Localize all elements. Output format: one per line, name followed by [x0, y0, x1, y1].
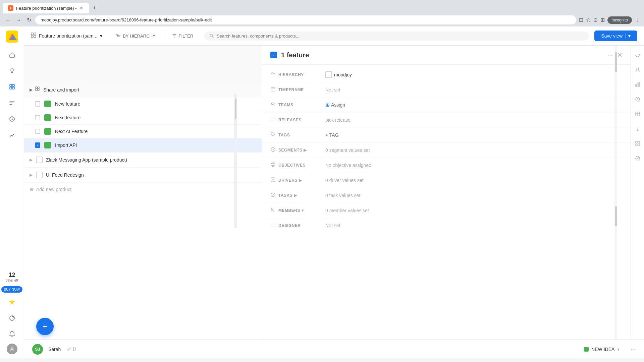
sidebar-item-features[interactable]: [5, 80, 19, 94]
detail-title: 1 feature: [281, 51, 603, 59]
add-product-icon: ⊕: [30, 187, 34, 192]
feature-checkbox-next[interactable]: [35, 115, 40, 120]
right-icon-user[interactable]: [632, 64, 643, 75]
assign-plus-icon: ⊕: [325, 102, 330, 108]
app-logo[interactable]: [6, 31, 18, 43]
bottom-avatar[interactable]: SJ: [32, 344, 43, 355]
detail-row-tags[interactable]: TAGS + TAG: [262, 128, 631, 143]
feature-dot-import: [44, 142, 51, 148]
detail-row-teams[interactable]: TEAMS ⊕ Assign: [262, 98, 631, 113]
section-header[interactable]: ▶ Share and import: [24, 82, 262, 97]
edit-count-area: 0: [66, 346, 76, 352]
svg-point-32: [273, 164, 273, 165]
svg-point-37: [637, 68, 639, 70]
profile-icon[interactable]: ⊙: [593, 17, 598, 23]
bottom-more-btn[interactable]: ···: [630, 345, 636, 353]
right-icon-clock[interactable]: [632, 94, 643, 105]
teams-value[interactable]: ⊕ Assign: [325, 102, 623, 108]
hierarchy-icon: [270, 71, 278, 78]
feature-item-import[interactable]: ✓ Import API: [24, 138, 262, 152]
new-idea-label: NEW IDEA: [591, 347, 614, 352]
more-btn[interactable]: ⋮: [635, 17, 640, 23]
detail-close-btn[interactable]: ✕: [617, 51, 623, 59]
sidebar-item-spark[interactable]: [5, 295, 19, 309]
feature-item-ai[interactable]: Next AI Feature: [24, 125, 262, 138]
product-item-ui[interactable]: ▶ UI Feed Redesign: [24, 168, 262, 183]
detail-row-timeframe[interactable]: TIMEFRAME Not set: [262, 82, 631, 98]
right-icon-sync[interactable]: [632, 50, 643, 60]
detail-scrollbar[interactable]: [614, 46, 617, 340]
list-scrollbar[interactable]: [234, 94, 237, 228]
detail-row-releases[interactable]: RELEASES pick release: [262, 113, 631, 128]
detail-row-segments[interactable]: SEGMENTS ▶ 0 segment values set: [262, 143, 631, 158]
tags-value[interactable]: + TAG: [325, 132, 623, 138]
new-idea-chevron[interactable]: ▾: [617, 347, 620, 352]
cast-icon[interactable]: ⊡: [579, 17, 583, 23]
tab-bar: Feature prioritization (sample) - ✕ +: [0, 0, 644, 13]
sidebar-item-home[interactable]: [5, 48, 19, 61]
right-icon-check-circle[interactable]: [632, 153, 643, 164]
sidebar-item-insights[interactable]: [5, 112, 19, 126]
detail-more-btn[interactable]: ···: [607, 51, 613, 59]
feature-list: ▶ Share and import New feature: [24, 46, 262, 340]
svg-point-47: [636, 156, 640, 160]
active-tab[interactable]: Feature prioritization (sample) - ✕: [3, 3, 89, 13]
feature-name-new: New feature: [55, 101, 80, 107]
board-name[interactable]: Feature prioritization (sam... ▾: [31, 33, 102, 39]
svg-rect-25: [271, 87, 275, 91]
new-tab-btn[interactable]: +: [90, 3, 99, 13]
detail-row-members[interactable]: MEMBERS ▾ 0 member values set: [262, 203, 631, 218]
url-input[interactable]: [35, 15, 576, 24]
feature-checkbox-ai[interactable]: [35, 129, 40, 134]
bookmark-icon[interactable]: ☆: [586, 17, 591, 23]
segments-label: SEGMENTS ▶: [278, 148, 325, 153]
buy-now-btn[interactable]: BUY NOW: [1, 286, 23, 293]
svg-rect-27: [271, 118, 275, 121]
detail-row-drivers[interactable]: DRIVERS ▶ 0 driver values set: [262, 173, 631, 188]
detail-row-objectives[interactable]: OBJECTIVES No objective assigned: [262, 158, 631, 173]
product-item-zlack[interactable]: ▶ Zlack Messaging App (sample product): [24, 153, 262, 168]
right-icon-chart[interactable]: [632, 79, 643, 90]
feature-item-next[interactable]: Next feature: [24, 111, 262, 125]
sidebar-item-bell[interactable]: [5, 327, 19, 341]
feature-checkbox-new[interactable]: [35, 101, 40, 107]
bottom-bar: SJ Sarah 0 NEW IDEA ▾ ···: [24, 340, 644, 358]
extensions-icon[interactable]: ⊞: [600, 17, 605, 23]
save-view-btn[interactable]: Save view ▾: [594, 31, 637, 41]
detail-checkbox[interactable]: ✓: [270, 52, 277, 58]
right-icon-sigma[interactable]: [632, 123, 643, 134]
add-product-btn[interactable]: ⊕ Add new product: [24, 183, 262, 196]
sidebar-item-roadmap[interactable]: [5, 96, 19, 110]
section-title: Share and import: [43, 87, 79, 93]
feature-checkbox-import[interactable]: ✓: [35, 142, 40, 148]
filter-btn[interactable]: FILTER: [169, 32, 196, 40]
detail-row-designer[interactable]: DESIGNER Not set: [262, 218, 631, 233]
fab-add-btn[interactable]: +: [36, 318, 54, 335]
product-chevron-ui: ▶: [30, 173, 33, 177]
sidebar-item-ideas[interactable]: [5, 64, 19, 77]
product-name-zlack: Zlack Messaging App (sample product): [46, 157, 127, 163]
detail-row-tasks[interactable]: TASKS ▶ 0 task values set: [262, 188, 631, 203]
back-btn[interactable]: ←: [4, 16, 12, 24]
tasks-icon: [270, 192, 278, 199]
svg-point-11: [11, 347, 13, 349]
board-icon: [31, 33, 36, 39]
right-icon-table[interactable]: [632, 109, 643, 119]
user-avatar[interactable]: [7, 344, 17, 354]
right-icon-grid2[interactable]: [632, 138, 643, 149]
new-idea-section[interactable]: NEW IDEA ▾: [584, 347, 620, 352]
share-import-section: ▶ Share and import New feature: [24, 82, 262, 153]
feature-item-new[interactable]: New feature: [24, 97, 262, 111]
incognito-btn[interactable]: Incognito: [607, 16, 632, 24]
sidebar-item-analytics[interactable]: [5, 128, 19, 142]
reload-btn[interactable]: ↻: [25, 15, 33, 24]
search-input[interactable]: [217, 34, 584, 39]
address-bar: ← → ↻ ⊡ ☆ ⊙ ⊞ Incognito ⋮: [0, 13, 644, 26]
forward-btn[interactable]: →: [15, 16, 23, 24]
hierarchy-btn[interactable]: BY HIERARCHY: [113, 32, 158, 40]
tab-close-btn[interactable]: ✕: [79, 5, 84, 11]
product-icon-zlack: [36, 157, 43, 163]
members-icon: [270, 207, 278, 214]
sidebar-item-question[interactable]: [5, 311, 19, 325]
detail-scroll-thumb-2: [615, 206, 617, 226]
